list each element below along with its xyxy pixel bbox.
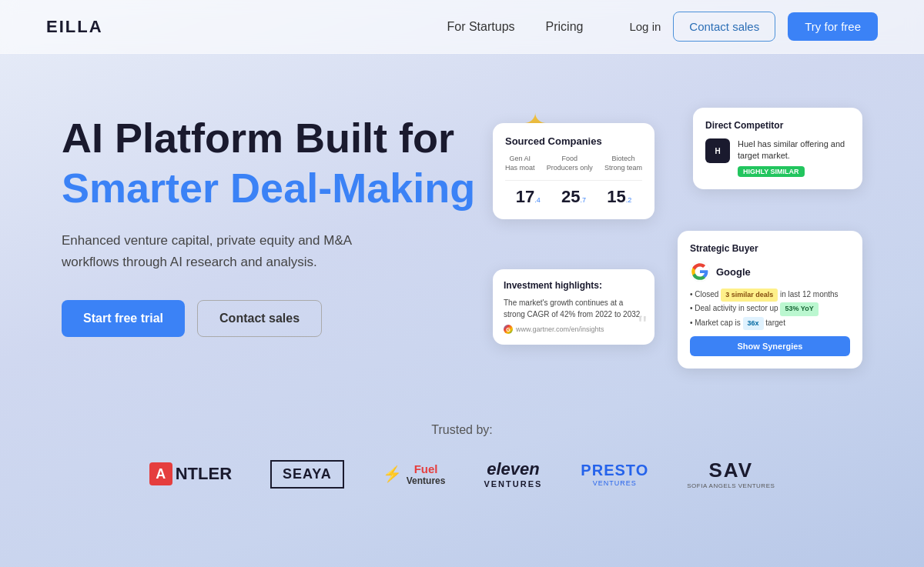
sav-logo: SAV SOFIA ANGELS VENTURES xyxy=(687,459,775,489)
sourced-num-2: 25.7 xyxy=(561,187,586,207)
contact-sales-hero-button[interactable]: Contact sales xyxy=(197,300,322,337)
strategic-bullets: Closed 3 similar deals in last 12 months… xyxy=(690,288,850,330)
quote-icon: " xyxy=(638,312,647,337)
login-button[interactable]: Log in xyxy=(629,20,661,33)
sourced-cat-2: FoodProducers only xyxy=(547,155,593,172)
show-synergies-button[interactable]: Show Synergies xyxy=(690,336,850,356)
strategic-buyer-card: Strategic Buyer Google Closed 3 similar … xyxy=(678,231,862,369)
yoy-badge: 53% YoY xyxy=(780,302,818,315)
navbar: EILLA For Startups Pricing Log in Contac… xyxy=(0,0,924,54)
seaya-logo: SEAYA xyxy=(270,460,344,489)
hero-cards: ✦ Sourced Companies Gen AIHas moat FoodP… xyxy=(477,100,862,377)
sourced-num-3: 15.2 xyxy=(607,187,631,207)
direct-competitor-card: Direct Competitor H Huel has similar off… xyxy=(693,108,862,189)
hero-buttons: Start free trial Contact sales xyxy=(62,300,477,337)
strategic-bullet-2: Deal activity in sector up 53% YoY xyxy=(690,302,850,315)
google-icon xyxy=(690,262,710,282)
google-small-icon: G xyxy=(504,325,513,334)
nav-for-startups[interactable]: For Startups xyxy=(447,20,515,34)
strategic-bullet-3: Market cap is 36x target xyxy=(690,316,850,330)
sourced-title: Sourced Companies xyxy=(505,135,642,147)
trusted-label: Trusted by: xyxy=(62,423,862,437)
nav-actions: Log in Contact sales Try for free xyxy=(629,12,878,42)
logo[interactable]: EILLA xyxy=(46,17,103,37)
competitor-row: H Huel has similar offering and target m… xyxy=(705,138,850,177)
investment-text: The market's growth continues at a stron… xyxy=(504,297,644,320)
deals-badge: 3 similar deals xyxy=(721,289,778,302)
competitor-title: Direct Competitor xyxy=(705,120,850,131)
trusted-logos: A NTLER SEAYA ⚡ Fuel Ventures eleven VEN… xyxy=(62,459,862,489)
sourced-cat-3: BiotechStrong team xyxy=(604,155,642,172)
investment-source: www.gartner.com/en/insights xyxy=(516,325,604,333)
contact-sales-nav-button[interactable]: Contact sales xyxy=(673,12,775,42)
competitor-description: Huel has similar offering and target mar… xyxy=(738,138,850,162)
start-free-trial-button[interactable]: Start free trial xyxy=(62,300,185,337)
investment-title: Investment highlights: xyxy=(504,280,644,291)
sourced-cat-1: Gen AIHas moat xyxy=(505,155,535,172)
trusted-section: Trusted by: A NTLER SEAYA ⚡ Fuel Venture… xyxy=(0,408,924,520)
hero-title-line1: AI Platform Built for xyxy=(62,115,477,161)
try-free-button[interactable]: Try for free xyxy=(788,12,878,41)
36x-badge: 36x xyxy=(743,317,764,330)
sourced-companies-card: Sourced Companies Gen AIHas moat FoodPro… xyxy=(493,123,654,219)
nav-pricing[interactable]: Pricing xyxy=(546,20,584,34)
fuel-icon: ⚡ xyxy=(383,465,402,483)
hero-title-line2: Smarter Deal-Making xyxy=(62,164,477,212)
presto-logo: PRESTO VENTURES xyxy=(581,462,648,487)
strategic-title: Strategic Buyer xyxy=(690,243,850,254)
sourced-num-1: 17.4 xyxy=(516,187,541,207)
nav-links: For Startups Pricing xyxy=(447,20,584,34)
hero-subtitle: Enhanced venture capital, private equity… xyxy=(62,230,400,272)
huel-logo: H xyxy=(705,138,730,163)
strategic-company-row: Google xyxy=(690,262,850,282)
eleven-ventures-logo: eleven VENTURES xyxy=(484,459,542,489)
strategic-company-name: Google xyxy=(716,266,751,278)
antler-icon: A xyxy=(149,462,172,485)
sourced-categories: Gen AIHas moat FoodProducers only Biotec… xyxy=(505,155,642,172)
hero-section: AI Platform Built for Smarter Deal-Makin… xyxy=(0,54,924,408)
sourced-numbers: 17.4 25.7 15.2 xyxy=(505,187,642,207)
hero-content: AI Platform Built for Smarter Deal-Makin… xyxy=(62,100,477,337)
highly-similar-badge: HIGHLY SIMILAR xyxy=(738,166,805,177)
investment-footer: G www.gartner.com/en/insights xyxy=(504,325,644,334)
antler-logo: A NTLER xyxy=(149,462,232,485)
fuel-ventures-logo: ⚡ Fuel Ventures xyxy=(383,462,446,486)
investment-highlights-card: Investment highlights: The market's grow… xyxy=(493,269,654,345)
strategic-bullet-1: Closed 3 similar deals in last 12 months xyxy=(690,288,850,302)
